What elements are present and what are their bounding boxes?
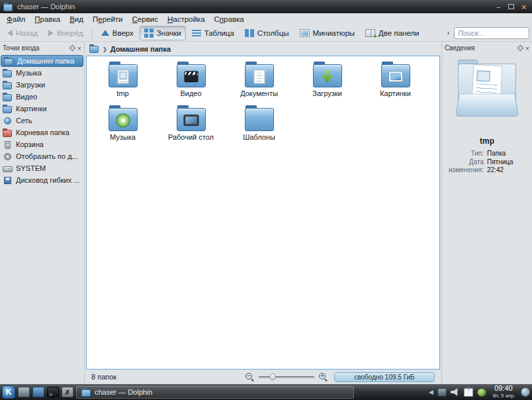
search-input[interactable]	[454, 27, 529, 39]
folder-item-desktop[interactable]: Рабочий стол	[157, 105, 225, 148]
photo-emblem-icon	[389, 72, 402, 81]
place-item-music[interactable]: Музыка	[0, 67, 84, 79]
panel-cashew-icon[interactable]	[521, 387, 530, 397]
folder-view-area[interactable]: tmp Видео Документы Загрузки	[86, 56, 440, 370]
folder-item-music[interactable]: Музыка	[89, 105, 157, 148]
folder-label: tmp	[116, 89, 128, 97]
place-label: Корзина	[16, 140, 44, 148]
place-item-home[interactable]: Домашняя папка	[1, 55, 83, 67]
screen-emblem-icon	[183, 115, 199, 126]
folder-item-video[interactable]: Видео	[157, 61, 225, 105]
place-item-network[interactable]: Сеть	[0, 115, 84, 126]
columns-view-button[interactable]: Столбцы	[240, 26, 294, 40]
place-item-downloads[interactable]: Загрузки	[0, 79, 84, 91]
folder-item-documents[interactable]: Документы	[225, 61, 293, 105]
folder-icon-music	[109, 108, 138, 131]
folder-item-pictures[interactable]: Картинки	[361, 61, 429, 105]
main-view: Домашняя папка tmp Видео	[85, 42, 441, 384]
zoom-out-icon[interactable]	[245, 373, 254, 381]
maximize-button[interactable]	[506, 2, 516, 11]
menu-help[interactable]: Справка	[210, 15, 249, 24]
folder-item-downloads[interactable]: Загрузки	[293, 61, 361, 105]
panel-close-icon[interactable]	[525, 45, 529, 52]
task-label: chaser — Dolphin	[95, 388, 152, 396]
toolbar-overflow-chevron-icon[interactable]	[444, 29, 453, 36]
folder-item-templates[interactable]: Шаблоны	[225, 105, 293, 148]
info-type-value: Папка	[487, 150, 530, 158]
details-view-label: Таблица	[204, 29, 234, 37]
panel-float-icon[interactable]	[69, 45, 75, 52]
utility-launcher-icon[interactable]	[62, 387, 73, 397]
place-label: Музыка	[16, 69, 42, 77]
konsole-launcher-icon[interactable]	[47, 387, 59, 397]
menu-go[interactable]: Перейти	[88, 15, 128, 24]
previews-button[interactable]: Миниатюры	[295, 26, 359, 40]
menu-file[interactable]: Файл	[2, 15, 30, 24]
downloads-folder-icon	[3, 81, 13, 89]
toolbar: Назад Вперёд Вверх Значки Таблица Стол	[0, 25, 532, 42]
place-item-system-disk[interactable]: SYSTEM	[0, 162, 84, 174]
icons-view-button[interactable]: Значки	[140, 26, 186, 40]
menu-tools[interactable]: Сервис	[128, 15, 163, 24]
up-button[interactable]: Вверх	[97, 26, 138, 40]
place-item-trash[interactable]: Корзина	[0, 138, 84, 150]
breadcrumb-home-icon[interactable]	[89, 44, 99, 53]
details-view-button[interactable]: Таблица	[187, 26, 239, 40]
menu-settings[interactable]: Настройка	[163, 15, 210, 24]
icon-grid: tmp Видео Документы Загрузки	[87, 56, 439, 148]
zoom-slider[interactable]	[259, 373, 314, 381]
show-desktop-icon[interactable]	[18, 387, 30, 397]
place-label: Видео	[16, 93, 37, 101]
split-view-button[interactable]: Две панели	[361, 26, 423, 40]
file-manager-launcher-icon[interactable]	[32, 387, 44, 397]
minimize-button[interactable]	[494, 2, 504, 11]
folder-item-tmp[interactable]: tmp	[89, 61, 157, 105]
free-space-label: свободно 109.5 ГиБ	[335, 373, 434, 381]
menu-view[interactable]: Вид	[65, 15, 88, 24]
folder-preview-image	[454, 60, 520, 118]
places-panel: Точки входа Домашняя папка Музыка	[0, 42, 85, 384]
breadcrumb-location[interactable]: Домашняя папка	[111, 45, 171, 53]
clock[interactable]: 09:40 Вт, 5 апр	[490, 385, 517, 399]
window-folder-icon	[3, 3, 13, 11]
close-button[interactable]	[519, 2, 529, 11]
folder-icon-video	[177, 64, 206, 87]
back-button[interactable]: Назад	[3, 26, 42, 40]
split-view-label: Две панели	[378, 29, 419, 37]
taskbar: chaser — Dolphin 09:40 Вт, 5 апр	[0, 384, 532, 400]
toolbar-separator	[92, 27, 93, 39]
place-item-services[interactable]: Отобразить по д...	[0, 150, 84, 162]
window-title: chaser — Dolphin	[17, 3, 75, 11]
zoom-slider-handle[interactable]	[269, 374, 276, 380]
floppy-icon	[3, 176, 13, 185]
place-item-pictures[interactable]: Картинки	[0, 103, 84, 115]
volume-icon[interactable]	[451, 388, 460, 397]
info-panel-header: Сведения	[442, 42, 532, 54]
place-item-root[interactable]: Корневая папка	[0, 126, 84, 138]
columns-view-icon	[245, 29, 254, 37]
clipboard-icon[interactable]	[464, 388, 473, 397]
icons-view-icon	[144, 28, 154, 38]
folder-label: Документы	[240, 89, 278, 97]
dolphin-window: chaser — Dolphin Файл Правка Вид Перейти…	[0, 0, 532, 384]
menu-edit[interactable]: Правка	[30, 15, 65, 24]
forward-button[interactable]: Вперёд	[44, 26, 88, 40]
titlebar[interactable]: chaser — Dolphin	[0, 0, 532, 13]
kmenu-button[interactable]	[2, 385, 15, 399]
panel-float-icon[interactable]	[517, 45, 523, 52]
status-tray-icon[interactable]	[477, 388, 486, 397]
info-rows: Тип: Папка Дата изменения: Пятница 22:42	[442, 150, 532, 174]
document-emblem-icon	[253, 70, 265, 83]
place-item-video[interactable]: Видео	[0, 91, 84, 103]
panel-close-icon[interactable]	[77, 45, 81, 52]
folder-icon-templates	[245, 108, 274, 131]
display-tray-icon[interactable]	[437, 388, 447, 397]
task-button-dolphin[interactable]: chaser — Dolphin	[76, 386, 354, 399]
system-tray: 09:40 Вт, 5 апр	[429, 385, 530, 399]
info-modified-label: Дата изменения:	[444, 158, 484, 174]
window-controls	[494, 2, 529, 11]
zoom-in-icon[interactable]	[319, 373, 328, 381]
tray-collapse-arrow-icon[interactable]	[429, 389, 433, 395]
place-label: Корневая папка	[16, 128, 69, 136]
place-item-floppy[interactable]: Дисковод гибких ...	[0, 174, 84, 186]
